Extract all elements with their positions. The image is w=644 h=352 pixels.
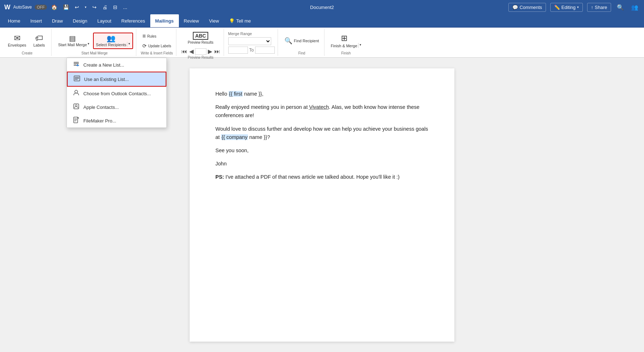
ribbon-tabs: Home Insert Draw Design Layout Reference… (0, 14, 644, 27)
tab-references[interactable]: References (116, 14, 150, 27)
editing-button[interactable]: ✏️ Editing ▾ (550, 3, 583, 12)
svg-rect-2 (74, 65, 77, 66)
custom-access-btn[interactable]: ⊟ (112, 4, 119, 11)
merge-range-group: Merge Range To (225, 29, 278, 56)
finish-merge-icon: ⊞ (341, 34, 347, 43)
write-insert-buttons: ≡ Rules ⟳ Update Labels (141, 29, 173, 51)
tab-draw[interactable]: Draw (47, 14, 68, 27)
save-icon-btn[interactable]: 💾 (62, 4, 70, 11)
document[interactable]: Hello {{ first name }}, Really enjoyed m… (190, 68, 454, 342)
dropdown-item-outlook-contacts[interactable]: Choose from Outlook Contacts... (67, 87, 166, 100)
para1: Really enjoyed meeting you in person at … (215, 103, 429, 120)
envelopes-button[interactable]: ✉ Envelopes (6, 33, 28, 49)
tab-home[interactable]: Home (3, 14, 25, 27)
find-recipient-group: 🔍 Find Recipient Find (279, 29, 324, 56)
search-top-btn[interactable]: 🔍 (615, 3, 625, 11)
sign2: John (215, 160, 429, 168)
tab-tell-me[interactable]: 💡 Tell me (224, 14, 256, 27)
write-insert-group: ≡ Rules ⟳ Update Labels Write & Insert F… (138, 29, 176, 56)
svg-point-11 (75, 105, 77, 107)
apple-contacts-label: Apple Contacts... (83, 105, 119, 110)
nav-prev-btn[interactable]: ◀ (189, 47, 194, 56)
tab-view[interactable]: View (204, 14, 224, 27)
svg-rect-17 (74, 121, 76, 121)
start-merge-dropdown-icon: ▾ (88, 42, 89, 47)
nav-next-btn[interactable]: ▶ (207, 47, 213, 56)
tab-insert[interactable]: Insert (25, 14, 47, 27)
svg-rect-7 (75, 78, 79, 79)
update-labels-button[interactable]: ⟳ Update Labels (141, 42, 173, 50)
company-field: {{ company (221, 134, 248, 140)
finish-merge-group: ⊞ Finish & Merge ▾ Finish (326, 29, 366, 56)
merge-range-row1 (228, 37, 275, 45)
vivatech-ref: Vivatech (309, 104, 329, 110)
document-title: Document2 (310, 5, 334, 10)
greeting-text: Hello (215, 91, 229, 97)
select-recipients-dropdown: Create a New List... Use an Existing Lis… (67, 58, 167, 128)
preview-results-button[interactable]: ABC Preview Results (186, 30, 216, 46)
greeting-paragraph: Hello {{ first name }}, (215, 90, 429, 98)
svg-rect-15 (74, 119, 77, 119)
envelopes-buttons: ✉ Envelopes 🏷 Labels (6, 29, 48, 51)
merge-range-to-label: To (249, 48, 254, 53)
home-icon-btn[interactable]: 🏠 (50, 4, 59, 11)
tab-review[interactable]: Review (179, 14, 204, 27)
ps-paragraph: PS: I've attached a PDF of that news art… (215, 173, 429, 181)
finish-merge-dropdown-icon: ▾ (358, 43, 361, 48)
more-commands-btn[interactable]: ... (122, 4, 129, 11)
start-mail-merge-button[interactable]: ▤ Start Mail Merge ▾ (56, 33, 92, 48)
create-new-list-label: Create a New List... (83, 62, 124, 68)
outlook-contacts-icon (73, 90, 80, 97)
ribbon-and-dropdown: ✉ Envelopes 🏷 Labels Create ▤ Start (0, 28, 644, 58)
apple-contacts-icon (73, 103, 80, 111)
title-bar: W AutoSave OFF 🏠 💾 ↩ ▾ ↪ 🖨 ⊟ ... Documen… (0, 0, 644, 14)
tab-mailings[interactable]: Mailings (150, 14, 179, 27)
envelope-icon: ✉ (14, 34, 20, 42)
find-recipient-button[interactable]: 🔍 Find Recipient (282, 35, 321, 46)
finish-merge-button[interactable]: ⊞ Finish & Merge ▾ (329, 32, 364, 49)
merge-range-to-input[interactable] (255, 47, 275, 54)
share-button[interactable]: ↑ Share (587, 3, 611, 12)
select-recipients-button[interactable]: 👥 Select Recipients ▾ (94, 33, 132, 48)
dropdown-item-filemaker[interactable]: FileMaker Pro... (67, 114, 166, 127)
tab-layout[interactable]: Layout (92, 14, 116, 27)
start-mail-merge-container: ▤ Start Mail Merge ▾ (56, 33, 92, 48)
undo-dropdown-btn[interactable]: ▾ (83, 5, 88, 10)
print-btn[interactable]: 🖨 (101, 4, 109, 11)
svg-rect-1 (74, 63, 79, 64)
dropdown-item-apple-contacts[interactable]: Apple Contacts... (67, 100, 166, 114)
undo-btn[interactable]: ↩ (73, 4, 80, 11)
merge-range-row2: To (228, 47, 275, 54)
para2-post: name }}? (248, 134, 270, 140)
finish-group-label: Finish (341, 51, 351, 56)
tab-design[interactable]: Design (68, 14, 92, 27)
find-group-label: Find (298, 51, 305, 56)
merge-range-select[interactable] (228, 37, 271, 45)
dropdown-item-use-existing[interactable]: Use an Existing List... (67, 72, 166, 87)
rules-button[interactable]: ≡ Rules (141, 32, 158, 40)
labels-button[interactable]: 🏷 Labels (30, 33, 48, 49)
word-logo-icon: W (4, 4, 10, 11)
dropdown-item-create-new[interactable]: Create a New List... (67, 58, 166, 72)
select-recipients-icon: 👥 (107, 35, 116, 42)
outlook-contacts-label: Choose from Outlook Contacts... (83, 91, 151, 96)
merge-range-from-input[interactable] (228, 47, 248, 54)
start-merge-buttons: ▤ Start Mail Merge ▾ 👥 Select Recipients… (56, 29, 133, 51)
nav-last-btn[interactable]: ⏭ (214, 48, 221, 56)
nav-first-btn[interactable]: ⏮ (181, 48, 188, 56)
autosave-label: AutoSave (13, 5, 32, 10)
comments-button[interactable]: 💬 Comments (508, 3, 546, 12)
find-recipient-icon: 🔍 (284, 37, 292, 45)
nav-page-input[interactable] (195, 48, 206, 55)
pencil-icon: ✏️ (554, 5, 560, 10)
redo-btn[interactable]: ↪ (91, 4, 98, 11)
people-top-btn[interactable]: 👥 (630, 3, 640, 11)
para2: Would love to discuss further and develo… (215, 125, 429, 141)
nav-arrows: ⏮ ◀ ▶ ⏭ (181, 47, 221, 56)
preview-results-icon: ABC (193, 32, 208, 40)
title-bar-left: W AutoSave OFF 🏠 💾 ↩ ▾ ↪ 🖨 ⊟ ... (4, 4, 129, 11)
svg-rect-8 (75, 79, 78, 80)
svg-rect-6 (75, 77, 79, 78)
start-merge-group-label: Start Mail Merge (82, 51, 108, 56)
autosave-toggle[interactable]: OFF (35, 5, 47, 10)
